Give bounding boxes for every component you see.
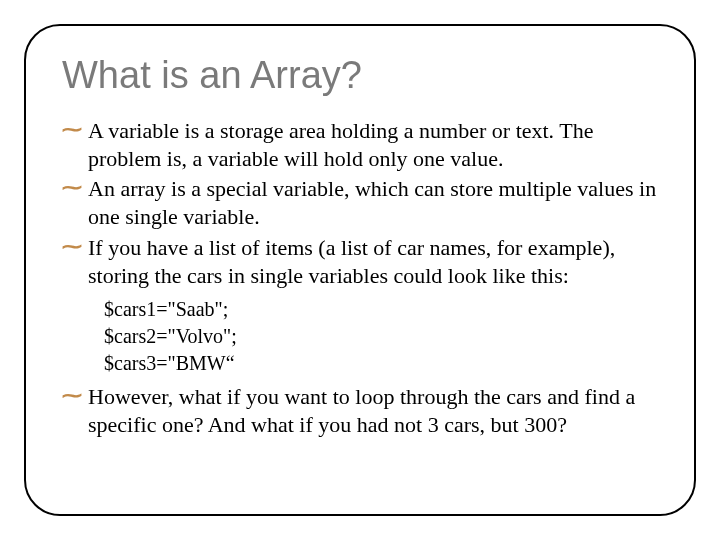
bullet-item: ⁓ An array is a special variable, which …: [62, 175, 658, 231]
bullet-text: However, what if you want to loop throug…: [88, 384, 635, 437]
bullet-text: An array is a special variable, which ca…: [88, 176, 656, 229]
slide-body: ⁓ A variable is a storage area holding a…: [62, 117, 658, 439]
bullet-item: ⁓ However, what if you want to loop thro…: [62, 383, 658, 439]
bullet-icon: ⁓: [62, 236, 82, 256]
bullet-item: ⁓ If you have a list of items (a list of…: [62, 234, 658, 290]
bullet-text: A variable is a storage area holding a n…: [88, 118, 593, 171]
code-block: $cars1="Saab"; $cars2="Volvo"; $cars3="B…: [62, 296, 658, 377]
bullet-icon: ⁓: [62, 177, 82, 197]
bullet-text: If you have a list of items (a list of c…: [88, 235, 615, 288]
code-line: $cars3="BMW“: [104, 350, 658, 377]
code-line: $cars1="Saab";: [104, 296, 658, 323]
bullet-item: ⁓ A variable is a storage area holding a…: [62, 117, 658, 173]
bullet-icon: ⁓: [62, 119, 82, 139]
bullet-icon: ⁓: [62, 385, 82, 405]
code-line: $cars2="Volvo";: [104, 323, 658, 350]
slide-frame: What is an Array? ⁓ A variable is a stor…: [24, 24, 696, 516]
slide-title: What is an Array?: [62, 54, 658, 97]
